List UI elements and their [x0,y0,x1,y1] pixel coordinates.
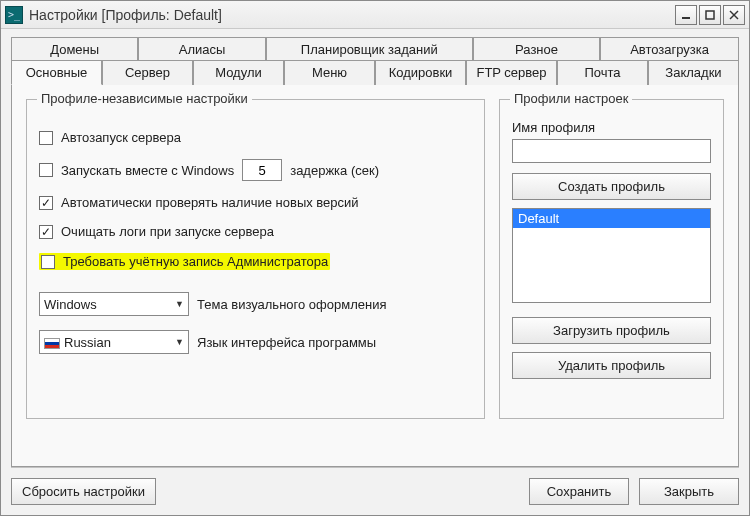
checkbox-autostart[interactable] [39,131,53,145]
svg-rect-1 [706,11,714,19]
tab-scheduler[interactable]: Планировщик заданий [266,37,473,61]
tab-bookmarks[interactable]: Закладки [648,60,739,85]
tab-aliases[interactable]: Алиасы [138,37,265,61]
flag-ru-icon [44,338,60,349]
label-require-admin: Требовать учётную запись Администратора [63,254,328,269]
tab-misc[interactable]: Разное [473,37,600,61]
checkbox-require-admin[interactable] [41,255,55,269]
input-profile-name[interactable] [512,139,711,163]
checkbox-clear-logs[interactable] [39,225,53,239]
list-item[interactable]: Default [513,209,710,228]
button-close-footer[interactable]: Закрыть [639,478,739,505]
minimize-button[interactable] [675,5,697,25]
button-delete-profile[interactable]: Удалить профиль [512,352,711,379]
label-autostart: Автозапуск сервера [61,130,181,145]
select-language-value: Russian [44,335,111,350]
button-reset[interactable]: Сбросить настройки [11,478,156,505]
group-profiles-legend: Профили настроек [510,91,632,106]
checkbox-start-with-windows[interactable] [39,163,53,177]
footer: Сбросить настройки Сохранить Закрыть [11,467,739,505]
tab-ftp[interactable]: FTP сервер [466,60,557,85]
input-delay[interactable] [242,159,282,181]
group-independent: Профиле-независимые настройки Автозапуск… [26,99,485,419]
tabs: Домены Алиасы Планировщик заданий Разное… [11,37,739,85]
tab-autoload[interactable]: Автозагрузка [600,37,739,61]
window-title: Настройки [Профиль: Default] [29,7,675,23]
label-check-updates: Автоматически проверять наличие новых ве… [61,195,359,210]
close-button[interactable] [723,5,745,25]
listbox-profiles[interactable]: Default [512,208,711,303]
settings-window: >_ Настройки [Профиль: Default] Домены А… [0,0,750,516]
select-theme[interactable]: Windows ▼ [39,292,189,316]
group-profiles: Профили настроек Имя профиля Создать про… [499,99,724,419]
label-delay: задержка (сек) [290,163,379,178]
tab-main[interactable]: Основные [11,60,102,85]
chevron-down-icon: ▼ [175,337,184,347]
label-profile-name: Имя профиля [512,120,711,135]
tab-modules[interactable]: Модули [193,60,284,85]
label-theme: Тема визуального оформления [197,297,386,312]
maximize-button[interactable] [699,5,721,25]
label-clear-logs: Очищать логи при запуске сервера [61,224,274,239]
titlebar: >_ Настройки [Профиль: Default] [1,1,749,29]
group-independent-legend: Профиле-независимые настройки [37,91,252,106]
chevron-down-icon: ▼ [175,299,184,309]
tab-server[interactable]: Сервер [102,60,193,85]
tab-mail[interactable]: Почта [557,60,648,85]
select-language[interactable]: Russian ▼ [39,330,189,354]
tab-encodings[interactable]: Кодировки [375,60,466,85]
tab-domains[interactable]: Домены [11,37,138,61]
label-language: Язык интерфейса программы [197,335,376,350]
app-icon: >_ [5,6,23,24]
button-load-profile[interactable]: Загрузить профиль [512,317,711,344]
select-theme-value: Windows [44,297,97,312]
checkbox-check-updates[interactable] [39,196,53,210]
button-save[interactable]: Сохранить [529,478,629,505]
label-start-with-windows: Запускать вместе с Windows [61,163,234,178]
tab-menu[interactable]: Меню [284,60,375,85]
button-create-profile[interactable]: Создать профиль [512,173,711,200]
tab-panel: Профиле-независимые настройки Автозапуск… [11,84,739,467]
